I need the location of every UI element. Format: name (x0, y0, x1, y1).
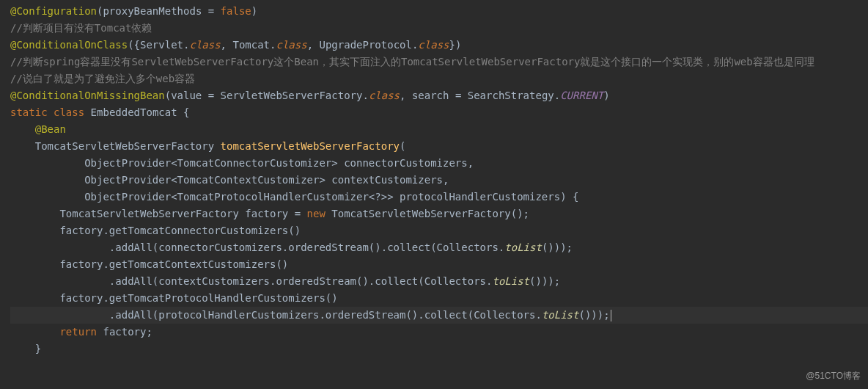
code-line: return factory; (10, 324, 868, 341)
comment: //判断spring容器里没有ServletWebServerFactory这个… (10, 56, 814, 68)
annotation-configuration: @Configuration (10, 5, 97, 17)
code-line: factory.getTomcatContextCustomizers() (10, 256, 868, 273)
code-line: TomcatServletWebServerFactory tomcatServ… (10, 138, 868, 155)
annotation-bean: @Bean (35, 123, 66, 135)
code-line: factory.getTomcatProtocolHandlerCustomiz… (10, 290, 868, 307)
code-line: ObjectProvider<TomcatConnectorCustomizer… (10, 155, 868, 172)
code-line: .addAll(connectorCustomizers.orderedStre… (10, 239, 868, 256)
code-line: @Bean (10, 121, 868, 138)
annotation-conditionalonclass: @ConditionalOnClass (10, 39, 128, 51)
code-line: //说白了就是为了避免注入多个web容器 (10, 70, 868, 87)
annotation-conditionalonmissingbean: @ConditionalOnMissingBean (10, 90, 165, 101)
code-line: } (10, 341, 868, 357)
code-line: TomcatServletWebServerFactory factory = … (10, 206, 868, 222)
code-line: .addAll(contextCustomizers.orderedStream… (10, 273, 868, 290)
watermark-label: @51CTO博客 (806, 368, 861, 385)
code-line: @ConditionalOnMissingBean(value = Servle… (10, 87, 868, 104)
code-line: //判断spring容器里没有ServletWebServerFactory这个… (10, 54, 868, 70)
code-line: @ConditionalOnClass({Servlet.class, Tomc… (10, 37, 868, 54)
code-line-active: .addAll(protocolHandlerCustomizers.order… (10, 307, 868, 324)
code-line: static class EmbeddedTomcat { (10, 104, 868, 121)
code-line: @Configuration(proxyBeanMethods = false) (10, 3, 868, 20)
code-editor[interactable]: @Configuration(proxyBeanMethods = false)… (10, 3, 868, 357)
comment: //说白了就是为了避免注入多个web容器 (10, 73, 195, 84)
comment: //判断项目有没有Tomcat依赖 (10, 22, 152, 34)
code-line: ObjectProvider<TomcatProtocolHandlerCust… (10, 189, 868, 206)
code-line: //判断项目有没有Tomcat依赖 (10, 20, 868, 37)
caret-icon (611, 310, 611, 321)
code-line: ObjectProvider<TomcatContextCustomizer> … (10, 172, 868, 189)
code-line: factory.getTomcatConnectorCustomizers() (10, 222, 868, 239)
method-name: tomcatServletWebServerFactory (221, 140, 400, 152)
